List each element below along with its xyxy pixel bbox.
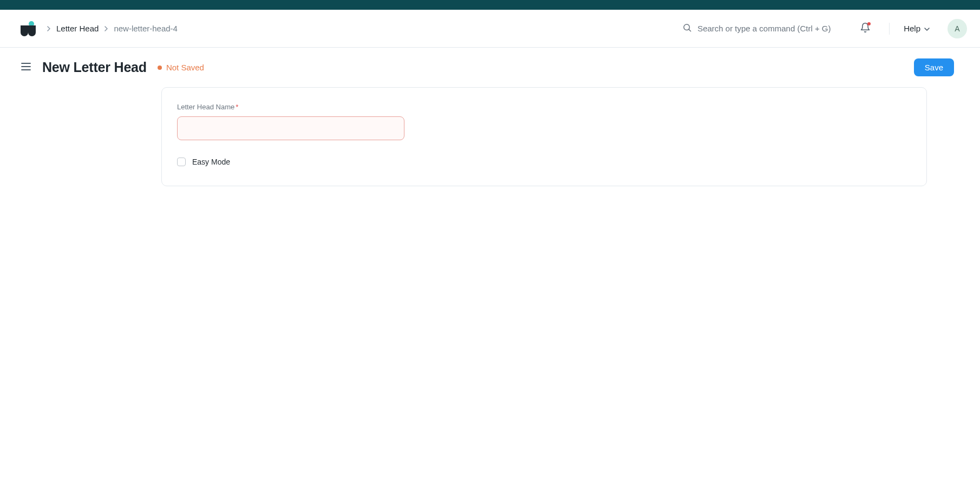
easy-mode-label[interactable]: Easy Mode xyxy=(192,158,230,166)
chevron-right-icon xyxy=(104,25,108,32)
required-asterisk: * xyxy=(236,103,238,111)
form-card: Letter Head Name* Easy Mode xyxy=(161,87,927,186)
save-button[interactable]: Save xyxy=(914,58,954,76)
topbar: Letter Head new-letter-head-4 Search or … xyxy=(0,10,980,48)
search-icon xyxy=(682,23,692,34)
page-header: New Letter Head Not Saved Save xyxy=(0,48,980,87)
notifications-button[interactable] xyxy=(855,19,875,38)
main-content: Letter Head Name* Easy Mode xyxy=(0,87,980,208)
divider xyxy=(889,23,890,35)
status-badge: Not Saved xyxy=(158,63,204,72)
app-logo[interactable] xyxy=(21,21,36,36)
menu-button[interactable] xyxy=(21,62,31,73)
search-placeholder: Search or type a command (Ctrl + G) xyxy=(697,24,831,33)
letter-head-name-input[interactable] xyxy=(177,116,404,140)
status-label: Not Saved xyxy=(166,63,204,72)
help-dropdown[interactable]: Help xyxy=(904,24,930,33)
breadcrumb: Letter Head new-letter-head-4 xyxy=(47,24,178,33)
easy-mode-checkbox[interactable] xyxy=(177,158,186,166)
avatar[interactable]: A xyxy=(948,19,967,38)
page-title: New Letter Head xyxy=(42,60,147,75)
chevron-right-icon xyxy=(47,25,51,32)
svg-line-1 xyxy=(689,29,691,31)
breadcrumb-current: new-letter-head-4 xyxy=(114,24,178,33)
chevron-down-icon xyxy=(924,24,930,33)
help-label: Help xyxy=(904,24,920,33)
browser-chrome xyxy=(0,0,980,10)
search-input[interactable]: Search or type a command (Ctrl + G) xyxy=(677,19,839,37)
notification-dot xyxy=(867,22,871,25)
status-dot xyxy=(158,66,162,70)
breadcrumb-parent[interactable]: Letter Head xyxy=(56,24,99,33)
easy-mode-row: Easy Mode xyxy=(177,158,911,166)
letter-head-name-label: Letter Head Name* xyxy=(177,103,911,111)
menu-icon xyxy=(21,62,31,73)
